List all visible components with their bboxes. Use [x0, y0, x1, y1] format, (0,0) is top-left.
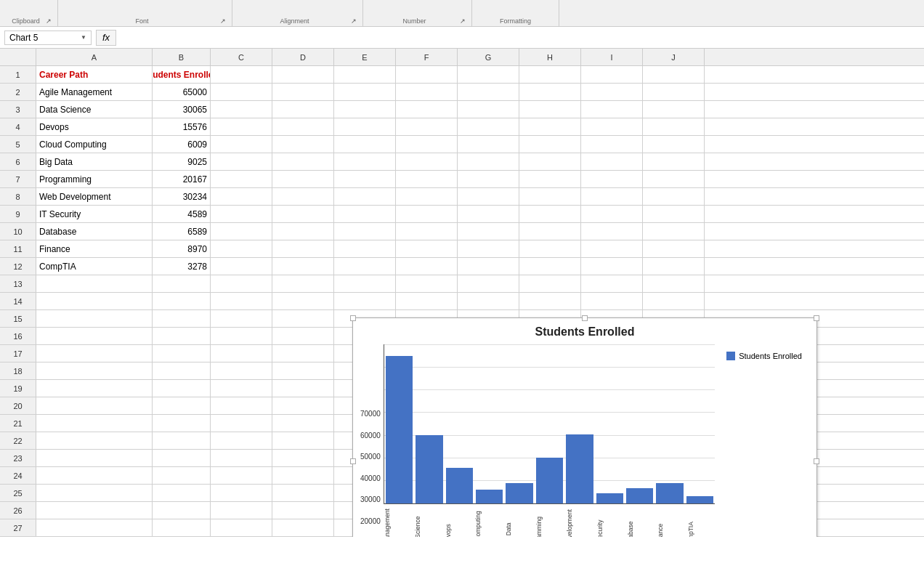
cell-g-9[interactable]: [458, 206, 519, 222]
cell-c-25[interactable]: [211, 485, 272, 501]
chart-bar[interactable]: [536, 458, 563, 503]
cell-i-10[interactable]: [581, 223, 643, 240]
cell-b-20[interactable]: [153, 397, 211, 414]
cell-b-14[interactable]: [153, 293, 211, 309]
cell-h-7[interactable]: [519, 171, 581, 187]
cell-c-8[interactable]: [211, 188, 272, 205]
col-header-g[interactable]: G: [458, 49, 519, 65]
cell-c-6[interactable]: [211, 153, 272, 170]
cell-j-9[interactable]: [643, 206, 705, 222]
cell-a-9[interactable]: IT Security: [36, 206, 153, 222]
cell-b-17[interactable]: [153, 345, 211, 362]
cell-b-27[interactable]: [153, 519, 211, 536]
cell-b-26[interactable]: [153, 502, 211, 519]
formula-input[interactable]: [121, 33, 924, 43]
cell-d-17[interactable]: [272, 345, 334, 362]
cell-b-18[interactable]: [153, 363, 211, 379]
cell-e-12[interactable]: [334, 258, 396, 275]
cell-d-22[interactable]: [272, 432, 334, 449]
resize-tr[interactable]: [814, 315, 819, 321]
alignment-launcher[interactable]: ↗: [351, 17, 357, 25]
cell-g-2[interactable]: [458, 84, 519, 100]
cell-b-8[interactable]: 30234: [153, 188, 211, 205]
cell-f-12[interactable]: [396, 258, 458, 275]
cell-g-4[interactable]: [458, 118, 519, 135]
cell-c-10[interactable]: [211, 223, 272, 240]
cell-e-11[interactable]: [334, 240, 396, 257]
cell-i-8[interactable]: [581, 188, 643, 205]
col-header-e[interactable]: E: [334, 49, 396, 65]
cell-h-13[interactable]: [519, 275, 581, 292]
cell-h-14[interactable]: [519, 293, 581, 309]
cell-c-12[interactable]: [211, 258, 272, 275]
cell-i-9[interactable]: [581, 206, 643, 222]
cell-g-6[interactable]: [458, 153, 519, 170]
cell-c-20[interactable]: [211, 397, 272, 414]
cell-i-13[interactable]: [581, 275, 643, 292]
cell-c-21[interactable]: [211, 415, 272, 432]
fx-button[interactable]: fx: [96, 30, 116, 46]
cell-e-1[interactable]: [334, 66, 396, 83]
cell-j-4[interactable]: [643, 118, 705, 135]
cell-i-11[interactable]: [581, 240, 643, 257]
cell-h-5[interactable]: [519, 136, 581, 153]
cell-i-4[interactable]: [581, 118, 643, 135]
cell-d-10[interactable]: [272, 223, 334, 240]
col-header-h[interactable]: H: [519, 49, 581, 65]
cell-j-8[interactable]: [643, 188, 705, 205]
chart-bar[interactable]: [656, 483, 683, 503]
cell-e-9[interactable]: [334, 206, 396, 222]
col-header-a[interactable]: A: [36, 49, 153, 65]
cell-b-22[interactable]: [153, 432, 211, 449]
cell-e-2[interactable]: [334, 84, 396, 100]
cell-d-6[interactable]: [272, 153, 334, 170]
chart-bar[interactable]: [686, 496, 713, 503]
cell-f-9[interactable]: [396, 206, 458, 222]
cell-f-2[interactable]: [396, 84, 458, 100]
cell-b-11[interactable]: 8970: [153, 240, 211, 257]
cell-c-23[interactable]: [211, 450, 272, 466]
cell-i-12[interactable]: [581, 258, 643, 275]
cell-j-14[interactable]: [643, 293, 705, 309]
col-header-j[interactable]: J: [643, 49, 705, 65]
cell-f-3[interactable]: [396, 101, 458, 118]
cell-a-3[interactable]: Data Science: [36, 101, 153, 118]
cell-h-1[interactable]: [519, 66, 581, 83]
cell-f-4[interactable]: [396, 118, 458, 135]
resize-tl[interactable]: [350, 315, 356, 321]
name-box-arrow[interactable]: ▼: [81, 34, 86, 41]
cell-c-24[interactable]: [211, 467, 272, 484]
cell-d-4[interactable]: [272, 118, 334, 135]
cell-c-13[interactable]: [211, 275, 272, 292]
cell-c-5[interactable]: [211, 136, 272, 153]
resize-tm[interactable]: [582, 315, 588, 321]
cell-h-8[interactable]: [519, 188, 581, 205]
cell-j-13[interactable]: [643, 275, 705, 292]
cell-f-6[interactable]: [396, 153, 458, 170]
cell-a-21[interactable]: [36, 415, 153, 432]
col-header-i[interactable]: I: [581, 49, 643, 65]
cell-d-19[interactable]: [272, 380, 334, 397]
cell-c-9[interactable]: [211, 206, 272, 222]
cell-b-24[interactable]: [153, 467, 211, 484]
cell-c-26[interactable]: [211, 502, 272, 519]
cell-d-15[interactable]: [272, 310, 334, 327]
cell-g-11[interactable]: [458, 240, 519, 257]
cell-b-12[interactable]: 3278: [153, 258, 211, 275]
cell-b-2[interactable]: 65000: [153, 84, 211, 100]
cell-c-15[interactable]: [211, 310, 272, 327]
name-box[interactable]: Chart 5 ▼: [4, 31, 92, 45]
cell-d-11[interactable]: [272, 240, 334, 257]
cell-e-8[interactable]: [334, 188, 396, 205]
cell-f-1[interactable]: [396, 66, 458, 83]
cell-h-6[interactable]: [519, 153, 581, 170]
cell-a-16[interactable]: [36, 328, 153, 344]
cell-b-5[interactable]: 6009: [153, 136, 211, 153]
cell-e-7[interactable]: [334, 171, 396, 187]
cell-h-10[interactable]: [519, 223, 581, 240]
col-header-d[interactable]: D: [272, 49, 334, 65]
resize-ml[interactable]: [350, 458, 356, 464]
cell-a-17[interactable]: [36, 345, 153, 362]
cell-g-14[interactable]: [458, 293, 519, 309]
cell-a-1[interactable]: Career Path: [36, 66, 153, 83]
